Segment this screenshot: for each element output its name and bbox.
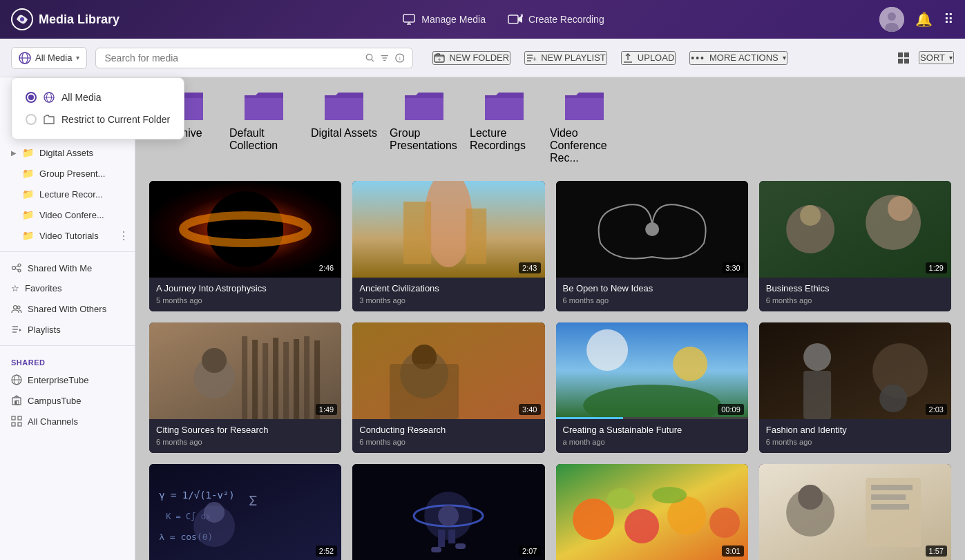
create-recording-icon bbox=[508, 14, 523, 25]
svg-point-1 bbox=[20, 17, 24, 21]
info-sustainable: Creating a Sustainable Future a month ag… bbox=[556, 419, 748, 453]
search-bar-row: All Media ▾ i + NEW FOLDER bbox=[0, 39, 965, 77]
video-card-openideas[interactable]: 3:30 Be Open to New Ideas 6 months ago bbox=[556, 181, 748, 311]
new-folder-button[interactable]: + NEW FOLDER bbox=[432, 51, 510, 65]
video-card-math[interactable]: γ = 1/√(1-v²) K = C∫ dx λ = cos(θ) Σ 2:5… bbox=[149, 464, 341, 560]
svg-point-85 bbox=[586, 329, 628, 371]
folder-icon: 📁 bbox=[22, 147, 34, 158]
sidebar-item-shared-with-me[interactable]: Shared With Me bbox=[0, 258, 135, 278]
folder-lecture-recordings[interactable]: Lecture Recordings bbox=[470, 88, 539, 164]
search-input[interactable] bbox=[104, 52, 359, 64]
video-card-sustainable[interactable]: 00:09 Creating a Sustainable Future a mo… bbox=[556, 322, 748, 453]
duration-citing: 1:49 bbox=[316, 404, 337, 415]
duration-conducting: 3:40 bbox=[519, 404, 540, 415]
scope-all-media[interactable]: All Media bbox=[23, 86, 173, 108]
thumb-civilizations: 2:43 bbox=[352, 181, 544, 278]
svg-point-84 bbox=[673, 347, 707, 381]
video-card-bizethics[interactable]: 1:29 Business Ethics 6 months ago bbox=[759, 181, 951, 311]
sidebar-item-lecture-recor[interactable]: 📁 Lecture Recor... bbox=[0, 184, 135, 204]
folder-svg-group bbox=[403, 88, 445, 123]
sidebar-item-shared-with-others[interactable]: Shared With Others bbox=[0, 298, 135, 319]
duration-sustainable: 00:09 bbox=[718, 404, 744, 415]
content-area: Archive Default Collection Digital Asset… bbox=[135, 77, 965, 560]
favorites-label: Favorites bbox=[25, 283, 61, 293]
folder-video-conference[interactable]: Video Conference Rec... bbox=[550, 88, 619, 164]
people-icon bbox=[11, 303, 22, 314]
svg-rect-74 bbox=[283, 342, 289, 419]
video-card-civilizations[interactable]: 2:43 Ancient Civilizations 3 months ago bbox=[352, 181, 544, 311]
video-card-futurism[interactable]: 2:07 Futurism and Emerging Technol... 6 … bbox=[352, 464, 544, 560]
video-card-astrophysics[interactable]: 2:46 A Journey Into Astrophysics 5 month… bbox=[149, 181, 341, 311]
globe-icon-2 bbox=[11, 374, 22, 385]
new-playlist-icon: + bbox=[526, 52, 537, 64]
video-card-citing[interactable]: 1:49 Citing Sources for Research 6 month… bbox=[149, 322, 341, 453]
thumb-futurism: 2:07 bbox=[352, 464, 544, 560]
create-recording-btn[interactable]: Create Recording bbox=[508, 14, 604, 25]
all-channels-label: All Channels bbox=[28, 416, 78, 427]
navbar-right: 🔔 ⠿ bbox=[871, 7, 954, 32]
svg-point-5 bbox=[888, 12, 896, 21]
title-citing: Citing Sources for Research bbox=[156, 425, 334, 435]
filter-icon[interactable] bbox=[380, 52, 390, 64]
apps-grid-icon[interactable]: ⠿ bbox=[944, 11, 954, 28]
video-card-healthy[interactable]: 3:01 Healthy Eating 6 months ago bbox=[556, 464, 748, 560]
radio-current-folder bbox=[26, 114, 37, 125]
new-playlist-label: NEW PLAYLIST bbox=[541, 52, 606, 63]
search-icon bbox=[365, 52, 375, 64]
folder-icon: 📁 bbox=[22, 189, 34, 200]
search-scope-dropdown: All Media Restrict to Current Folder bbox=[11, 77, 184, 139]
new-playlist-button[interactable]: + NEW PLAYLIST bbox=[524, 51, 607, 65]
info-fashion: Fashion and Identity 6 months ago bbox=[759, 419, 951, 453]
duration-bizethics: 1:29 bbox=[926, 262, 947, 273]
sidebar-item-enterprisetube[interactable]: EnterpriseTube bbox=[0, 369, 135, 390]
manage-media-btn[interactable]: Manage Media bbox=[402, 12, 486, 26]
toolbar-right: SORT ▾ bbox=[897, 51, 954, 65]
sidebar-item-favorites[interactable]: ☆ Favorites bbox=[0, 278, 135, 298]
video-card-conducting[interactable]: 3:40 Conducting Research 6 months ago bbox=[352, 322, 544, 453]
info-bizethics: Business Ethics 6 months ago bbox=[759, 278, 951, 311]
svg-rect-3 bbox=[508, 15, 518, 23]
folder-icon: 📁 bbox=[22, 168, 34, 179]
sidebar-item-video-tutorials[interactable]: 📁 Video Tutorials ⋮ bbox=[0, 225, 135, 246]
notifications-icon[interactable]: 🔔 bbox=[915, 11, 933, 28]
brand: Media Library bbox=[11, 8, 135, 30]
sidebar-item-group-present[interactable]: 📁 Group Present... bbox=[0, 163, 135, 184]
folder-digital-assets[interactable]: Digital Assets bbox=[309, 88, 379, 164]
folder-default-collection[interactable]: Default Collection bbox=[229, 88, 298, 164]
sidebar-item-digital-assets[interactable]: ▶ 📁 Digital Assets bbox=[0, 142, 135, 163]
building-icon bbox=[11, 395, 22, 406]
duration-math: 2:52 bbox=[316, 545, 337, 557]
sidebar-item-video-confere[interactable]: 📁 Video Confere... bbox=[0, 204, 135, 225]
scope-current-folder[interactable]: Restrict to Current Folder bbox=[23, 108, 173, 131]
upload-button[interactable]: UPLOAD bbox=[621, 51, 676, 65]
video-card-bizworks[interactable]: 1:57 How Business Works 6 months ago bbox=[759, 464, 951, 560]
create-recording-label: Create Recording bbox=[528, 14, 604, 25]
svg-point-54 bbox=[207, 191, 283, 267]
folder-group-presentations[interactable]: Group Presentations bbox=[390, 88, 459, 164]
title-fashion: Fashion and Identity bbox=[766, 425, 944, 435]
svg-text:+: + bbox=[533, 55, 537, 63]
view-grid-icon[interactable] bbox=[897, 51, 910, 65]
svg-rect-27 bbox=[904, 59, 909, 64]
thumb-sustainable: 00:09 bbox=[556, 322, 748, 419]
three-dot-icon[interactable]: ⋮ bbox=[118, 229, 129, 242]
sidebar-item-playlists[interactable]: Playlists bbox=[0, 319, 135, 340]
sidebar-item-all-channels[interactable]: All Channels bbox=[0, 411, 135, 432]
info-icon[interactable]: i bbox=[395, 52, 405, 64]
brand-icon bbox=[11, 8, 33, 30]
sort-button[interactable]: SORT ▾ bbox=[919, 51, 954, 64]
search-scope-button[interactable]: All Media ▾ bbox=[11, 47, 87, 69]
sidebar-item-campustube[interactable]: CampusTube bbox=[0, 390, 135, 411]
duration-civilizations: 2:43 bbox=[519, 262, 540, 273]
svg-point-111 bbox=[709, 508, 740, 538]
title-conducting: Conducting Research bbox=[359, 425, 537, 435]
svg-rect-52 bbox=[18, 423, 21, 426]
video-card-fashion[interactable]: 2:03 Fashion and Identity 6 months ago bbox=[759, 322, 951, 453]
current-folder-label: Restrict to Current Folder bbox=[61, 114, 170, 125]
svg-text:γ = 1/√(1-v²): γ = 1/√(1-v²) bbox=[159, 490, 235, 501]
progress-sustainable bbox=[556, 417, 623, 419]
user-avatar[interactable] bbox=[879, 7, 904, 32]
upload-icon bbox=[622, 52, 633, 64]
globe-icon bbox=[19, 52, 31, 64]
more-actions-button[interactable]: ••• MORE ACTIONS ▾ bbox=[689, 51, 787, 65]
